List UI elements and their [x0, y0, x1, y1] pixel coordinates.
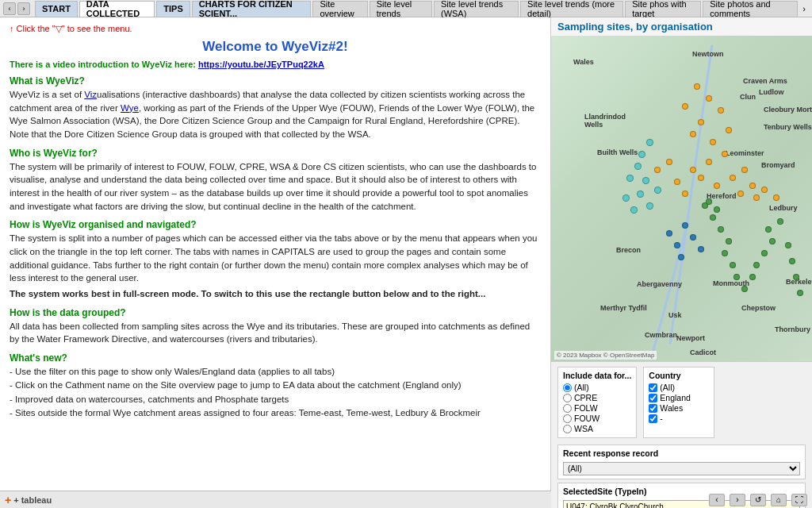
label-brecon: Brecon — [616, 246, 641, 254]
dot-fouw-3 — [718, 107, 724, 114]
dot-folw-14 — [777, 218, 783, 225]
dot-folw-6 — [730, 262, 736, 268]
cb-dash[interactable]: - — [649, 414, 709, 423]
video-link[interactable]: https://youtu.be/JEyTPuq22kA — [198, 60, 324, 69]
radio-wsa[interactable]: WSA — [563, 424, 631, 433]
dot-folw-5 — [722, 250, 728, 256]
dot-wsa-9 — [630, 206, 638, 214]
what-text: WyeViz is a set of Vizualisations (inter… — [10, 88, 541, 141]
nav-more[interactable]: › — [799, 2, 809, 15]
label-newtown: Newtown — [692, 50, 724, 58]
nav-back[interactable]: ‹ — [3, 2, 16, 15]
dot-wsa-5 — [642, 177, 649, 184]
who-heading: Who is WyeViz for? — [10, 148, 541, 159]
tab-site-level-trends-wsa[interactable]: Site level trends (WSA) — [434, 1, 519, 17]
dot-folw-10 — [753, 262, 760, 268]
dot-folw-15 — [785, 242, 791, 248]
tab-tips[interactable]: TIPS — [156, 1, 190, 17]
dot-fouw-18 — [749, 183, 756, 189]
dot-folw-12 — [769, 238, 776, 244]
dot-folw-20 — [714, 206, 720, 213]
whats-new-item: - Sites outside the formal Wye catchment… — [10, 406, 541, 420]
dot-wsa-8 — [646, 202, 653, 210]
radio-all[interactable]: (All) — [563, 383, 631, 392]
label-tenbury: Tenbury Wells — [764, 123, 812, 131]
tab-charts[interactable]: CHARTS FOR CITIZEN SCIENT... — [192, 1, 312, 17]
tab-site-level-trends-detail[interactable]: Site level trends (more detail) — [520, 1, 623, 17]
dot-wsa-6 — [654, 187, 661, 194]
dot-folw-7 — [733, 274, 740, 280]
dot-fouw-4 — [682, 103, 688, 110]
dot-folw-13 — [765, 226, 772, 233]
dot-folw-19 — [706, 198, 712, 205]
nav-forward[interactable]: › — [17, 2, 30, 15]
how-data-text: All data has been collected from samplin… — [10, 320, 541, 346]
dot-wsa-10 — [622, 194, 630, 202]
tab-data-collected[interactable]: DATA COLLECTED — [79, 1, 155, 17]
who-text: The system will be primarily of interest… — [10, 160, 541, 214]
label-bromyard: Bromyard — [761, 161, 795, 169]
radio-fouw[interactable]: FOUW — [563, 414, 631, 423]
dot-folw-8 — [741, 286, 748, 292]
dot-fouw-22 — [773, 194, 779, 201]
bottom-back-btn[interactable]: ‹ — [709, 494, 725, 506]
tab-site-photos[interactable]: Site photos and comments — [703, 1, 798, 17]
how-org-text: The system is split into a number of pag… — [10, 232, 541, 285]
dot-fouw-14 — [682, 190, 688, 197]
controls-panel: Include data for... (All) CPRE FOLW FOUW… — [551, 361, 812, 508]
label-wales: Wales — [573, 58, 594, 66]
label-thornbury: Thornbury — [775, 325, 810, 333]
dot-folw-9 — [749, 274, 756, 280]
bottom-forward-btn[interactable]: › — [730, 494, 745, 506]
bottom-fullscreen-btn[interactable]: ⛶ — [791, 494, 807, 506]
tab-start[interactable]: START — [35, 1, 78, 17]
label-cadicot: Cadicot — [690, 348, 716, 356]
cb-wales[interactable]: Wales — [649, 403, 709, 413]
main-content: ↑ Click the "▽" to see the menu. Welcome… — [0, 17, 812, 491]
label-ludlow: Ludlow — [759, 88, 784, 96]
how-data-heading: How is the data grouped? — [10, 307, 541, 318]
nav-arrows: ‹ › — [3, 2, 30, 15]
left-panel: ↑ Click the "▽" to see the menu. Welcome… — [0, 17, 551, 491]
whats-new-item: - Improved data on watercourses, catchme… — [10, 393, 541, 406]
dot-fouw-11 — [690, 167, 696, 173]
include-data-group: Include data for... (All) CPRE FOLW FOUW… — [557, 367, 637, 438]
dot-fouw-19 — [737, 190, 744, 197]
what-heading: What is WyeViz? — [10, 75, 541, 87]
tableau-plus-icon: + — [5, 494, 11, 506]
dot-fouw-10 — [706, 159, 712, 165]
label-clun: Clun — [740, 93, 756, 101]
bottom-home-btn[interactable]: ⌂ — [771, 494, 787, 506]
right-panel: Sampling sites, by organisation Wales Ne… — [551, 17, 812, 491]
tableau-label: + tableau — [13, 495, 52, 505]
cb-all[interactable]: (All) — [649, 383, 709, 392]
dot-cpre-6 — [698, 246, 704, 252]
label-cleobury: Cleobury Mortimer — [764, 106, 812, 114]
tab-site-level-trends[interactable]: Site level trends — [370, 1, 432, 17]
dot-cpre-2 — [690, 234, 696, 241]
tab-site-overview[interactable]: Site overview — [312, 1, 367, 17]
bottom-refresh-btn[interactable]: ↺ — [750, 494, 766, 506]
top-navigation: ‹ › START DATA COLLECTED TIPS CHARTS FOR… — [0, 0, 812, 17]
dot-cpre-3 — [674, 242, 680, 248]
label-cwmbran: Cwmbran — [645, 331, 677, 339]
radio-folw[interactable]: FOLW — [563, 403, 631, 413]
cb-england[interactable]: England — [649, 393, 709, 402]
label-llandrindod: LlandrindodWells — [584, 113, 626, 129]
whats-new-item: - Use the filter on this page to show on… — [10, 365, 541, 379]
label-berkeley: Berkeley — [786, 278, 812, 286]
tab-site-phos[interactable]: Site phos with target — [625, 1, 701, 17]
recent-title: Recent response record — [563, 448, 800, 458]
dot-folw-16 — [789, 258, 795, 264]
recent-select[interactable]: (All) — [563, 462, 800, 475]
map-container[interactable]: Wales Newtown Craven Arms Clun Cleobury … — [551, 36, 812, 361]
radio-cpre[interactable]: CPRE — [563, 393, 631, 402]
dot-fouw-15 — [714, 183, 720, 189]
dot-cpre-1 — [682, 222, 688, 229]
dot-cpre-5 — [678, 254, 684, 260]
welcome-title: Welcome to WyeViz#2! — [10, 39, 541, 55]
include-data-title: Include data for... — [563, 371, 631, 380]
dot-folw-17 — [793, 274, 799, 280]
dot-folw-3 — [718, 226, 724, 233]
dot-fouw-20 — [753, 194, 760, 201]
